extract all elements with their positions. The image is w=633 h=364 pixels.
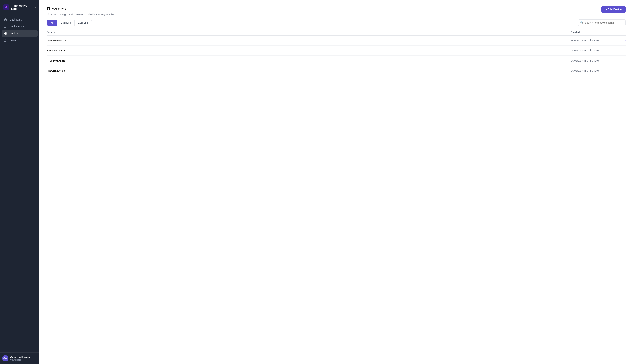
sidebar-nav: Dashboard Deployments Devices	[0, 14, 40, 352]
devices-table: Serial ↑ Created DEB16293AE5D 18/05/22 (…	[40, 29, 633, 364]
device-serial: E2B9D2F9F37E	[47, 49, 571, 52]
sidebar-item-label: Team	[10, 39, 16, 42]
table-body: DEB16293AE5D 18/05/22 (4 months ago) › E…	[47, 36, 626, 76]
search-icon: 🔍	[580, 21, 584, 24]
search-input[interactable]	[578, 20, 626, 26]
brand-icon	[3, 4, 9, 10]
table-row[interactable]: FBD2E8295456 04/05/22 (4 months ago) ›	[47, 66, 626, 76]
column-created: Created	[571, 31, 618, 34]
table-row[interactable]: E2B9D2F9F37E 04/05/22 (4 months ago) ›	[47, 46, 626, 56]
avatar: GW	[2, 355, 8, 362]
page-title: Devices	[47, 6, 116, 12]
svg-rect-2	[4, 26, 7, 27]
tab-all[interactable]: All	[47, 20, 57, 26]
device-serial: FBD2E8295456	[47, 69, 571, 72]
device-created: 04/05/22 (4 months ago)	[571, 49, 618, 52]
column-serial: Serial ↑	[47, 31, 571, 34]
org-name: Think Active Labs	[11, 4, 32, 10]
sidebar: Think Active Labs ⌄ Dashboard Deployment…	[0, 0, 40, 364]
sort-arrow-icon[interactable]: ↑	[54, 31, 55, 33]
device-created: 04/05/22 (4 months ago)	[571, 59, 618, 62]
sidebar-item-devices[interactable]: Devices	[2, 30, 38, 37]
sidebar-item-team[interactable]: Team	[2, 37, 38, 44]
row-chevron-icon: ›	[618, 69, 626, 72]
page-subtitle: View and manage devices associated with …	[47, 13, 116, 16]
add-device-button[interactable]: + Add Device	[602, 6, 626, 13]
main-content: Devices View and manage devices associat…	[40, 0, 633, 364]
row-chevron-icon: ›	[618, 39, 626, 42]
sidebar-footer[interactable]: GW Gerard Wilkinson View Profile	[0, 352, 40, 364]
devices-icon	[4, 32, 7, 35]
svg-rect-0	[3, 4, 9, 10]
sidebar-logo[interactable]: Think Active Labs ⌄	[0, 0, 40, 14]
sidebar-item-dashboard[interactable]: Dashboard	[2, 16, 38, 23]
org-chevron-icon: ⌄	[34, 6, 36, 8]
tab-deployed[interactable]: Deployed	[57, 20, 74, 26]
device-created: 04/05/22 (4 months ago)	[571, 69, 618, 72]
sidebar-item-label: Devices	[10, 32, 19, 35]
sidebar-item-label: Deployments	[10, 25, 24, 28]
deployments-icon	[4, 25, 7, 28]
row-chevron-icon: ›	[618, 59, 626, 62]
svg-point-10	[5, 40, 6, 40]
team-icon	[4, 39, 7, 42]
device-serial: F4964498AB8E	[47, 59, 571, 62]
sidebar-item-label: Dashboard	[10, 18, 22, 21]
table-header: Serial ↑ Created	[47, 29, 626, 36]
view-profile-link[interactable]: View Profile	[10, 359, 30, 361]
device-created: 18/05/22 (4 months ago)	[571, 39, 618, 42]
svg-point-11	[6, 40, 7, 40]
home-icon	[4, 18, 7, 21]
svg-rect-3	[4, 28, 6, 28]
filter-tabs: All Deployed Available	[47, 20, 92, 26]
svg-point-5	[5, 33, 6, 34]
search-wrap: 🔍	[578, 20, 626, 26]
sidebar-item-deployments[interactable]: Deployments	[2, 23, 38, 30]
table-row[interactable]: DEB16293AE5D 18/05/22 (4 months ago) ›	[47, 36, 626, 46]
row-chevron-icon: ›	[618, 49, 626, 52]
page-header: Devices View and manage devices associat…	[40, 0, 633, 20]
toolbar: All Deployed Available 🔍	[40, 20, 633, 29]
device-serial: DEB16293AE5D	[47, 39, 571, 42]
user-name: Gerard Wilkinson	[10, 356, 30, 359]
tab-available[interactable]: Available	[74, 20, 92, 26]
table-row[interactable]: F4964498AB8E 04/05/22 (4 months ago) ›	[47, 56, 626, 66]
svg-rect-1	[4, 26, 7, 26]
